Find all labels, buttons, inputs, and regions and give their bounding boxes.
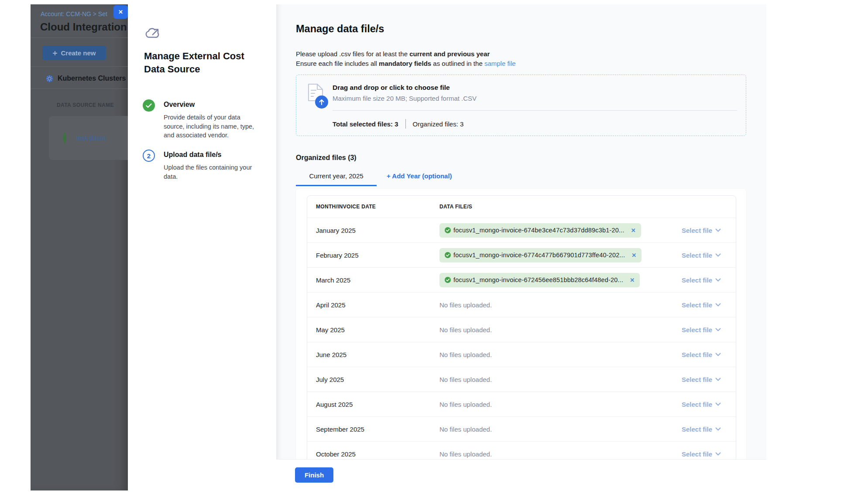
file-name: focusv1_mongo-invoice-6774c477b667901d77…	[453, 252, 625, 259]
divider	[31, 89, 128, 89]
month-cell: January 2025	[307, 227, 439, 234]
file-success-icon	[445, 277, 451, 283]
remove-file-button[interactable]: ✕	[631, 252, 636, 259]
tab-current-year[interactable]: Current year, 2025	[296, 168, 377, 186]
file-cell: No files uploaded.Select file	[439, 301, 736, 309]
divider	[31, 37, 128, 38]
select-file-label: Select file	[682, 401, 712, 408]
plus-icon	[52, 51, 58, 56]
no-files-text: No files uploaded.	[439, 426, 492, 433]
no-files-text: No files uploaded.	[439, 351, 492, 358]
file-dropzone[interactable]: Drag and drop or click to choose file Ma…	[296, 75, 746, 136]
select-file-label: Select file	[682, 376, 712, 383]
month-cell: May 2025	[307, 326, 439, 334]
uploaded-file-chip: focusv1_mongo-invoice-674be3ce47c73d37dd…	[439, 223, 641, 238]
breadcrumb[interactable]: Account: CCM-NG > Set	[41, 10, 107, 17]
no-files-text: No files uploaded.	[439, 401, 492, 408]
select-file-dropdown[interactable]: Select file	[682, 276, 721, 284]
select-file-label: Select file	[682, 326, 712, 334]
divider	[31, 66, 128, 67]
dimmed-background-page: Account: CCM-NG > Set Cloud Integration …	[31, 4, 128, 490]
file-success-icon	[445, 227, 451, 233]
select-file-label: Select file	[682, 301, 712, 309]
step-done-check-icon	[143, 99, 155, 112]
month-cell: July 2025	[307, 376, 439, 383]
no-files-text: No files uploaded.	[439, 301, 492, 309]
month-cell: September 2025	[307, 426, 439, 433]
table-row: April 2025No files uploaded.Select file	[307, 292, 736, 317]
select-file-dropdown[interactable]: Select file	[682, 252, 721, 259]
file-cell: No files uploaded.Select file	[439, 426, 736, 433]
add-year-button[interactable]: + Add Year (optional)	[387, 168, 452, 186]
upload-icon	[315, 95, 328, 109]
month-cell: August 2025	[307, 401, 439, 408]
sample-file-link[interactable]: sample file	[484, 60, 516, 67]
select-file-dropdown[interactable]: Select file	[682, 401, 721, 408]
month-cell: March 2025	[307, 276, 439, 284]
remove-file-button[interactable]: ✕	[630, 277, 635, 283]
uploaded-file-chip: focusv1_mongo-invoice-6774c477b667901d77…	[439, 248, 642, 262]
panel-content: Manage data file/s Please upload .csv fi…	[276, 4, 766, 459]
chevron-down-icon	[715, 228, 721, 232]
select-file-label: Select file	[682, 351, 712, 358]
manage-external-cost-modal: Manage External Cost Data Source Overvie…	[128, 4, 766, 490]
uploaded-file-chip: focusv1_mongo-invoice-672456ee851bbb28c6…	[439, 273, 640, 287]
divider	[405, 119, 406, 129]
file-cell: No files uploaded.Select file	[439, 351, 736, 358]
no-files-text: No files uploaded.	[439, 450, 492, 458]
column-header-data-source-name: DATA SOURCE NAME	[57, 102, 114, 108]
data-source-card[interactable]: test-jbisht	[49, 116, 128, 160]
select-file-dropdown[interactable]: Select file	[682, 227, 721, 234]
close-button[interactable]: ✕	[113, 5, 128, 19]
data-files-table: MONTH/INVOICE DATE DATA FILE/S January 2…	[307, 195, 736, 459]
table-row: March 2025focusv1_mongo-invoice-672456ee…	[307, 267, 736, 292]
external-source-icon	[144, 28, 161, 40]
select-file-dropdown[interactable]: Select file	[682, 426, 721, 433]
column-header-month: MONTH/INVOICE DATE	[307, 204, 439, 210]
no-files-text: No files uploaded.	[439, 326, 492, 334]
organized-files-card: MONTH/INVOICE DATE DATA FILE/S January 2…	[296, 189, 746, 459]
finish-button[interactable]: Finish	[295, 467, 333, 483]
dropzone-stats: Total selected files: 3 Organized files:…	[333, 119, 463, 129]
step-upload-data-files[interactable]: 2 Upload data file/s Upload the files co…	[143, 150, 155, 162]
remove-file-button[interactable]: ✕	[631, 227, 636, 234]
step-overview[interactable]: Overview Provide details of your data so…	[143, 99, 155, 112]
select-file-dropdown[interactable]: Select file	[682, 301, 721, 309]
month-cell: April 2025	[307, 301, 439, 309]
select-file-dropdown[interactable]: Select file	[682, 351, 721, 358]
panel-title: Manage data file/s	[296, 23, 746, 35]
page-title: Cloud Integration	[40, 21, 127, 33]
table-row: May 2025No files uploaded.Select file	[307, 317, 736, 342]
tab-kubernetes-clusters[interactable]: Kubernetes Clusters	[46, 75, 126, 82]
chevron-down-icon	[715, 427, 721, 431]
select-file-dropdown[interactable]: Select file	[682, 376, 721, 383]
chevron-down-icon	[715, 378, 721, 381]
file-name: focusv1_mongo-invoice-672456ee851bbb28c6…	[453, 276, 623, 283]
dropzone-subtitle: Maximum file size 20 MB; Supported forma…	[333, 95, 477, 102]
select-file-label: Select file	[682, 450, 712, 458]
kubernetes-icon	[46, 75, 53, 82]
mongodb-icon	[62, 132, 67, 146]
wizard-sidebar: Manage External Cost Data Source Overvie…	[128, 4, 276, 490]
data-source-link[interactable]: test-jbisht	[76, 134, 106, 142]
chevron-down-icon	[715, 402, 721, 406]
no-files-text: No files uploaded.	[439, 376, 492, 383]
file-cell: focusv1_mongo-invoice-674be3ce47c73d37dd…	[439, 223, 736, 238]
file-cell: focusv1_mongo-invoice-6774c477b667901d77…	[439, 248, 736, 262]
select-file-dropdown[interactable]: Select file	[682, 450, 721, 458]
organized-files-heading: Organized files (3)	[296, 154, 746, 162]
table-row: August 2025No files uploaded.Select file	[307, 392, 736, 416]
chevron-down-icon	[715, 452, 721, 456]
file-cell: No files uploaded.Select file	[439, 401, 736, 408]
chevron-down-icon	[715, 353, 721, 356]
chevron-down-icon	[715, 328, 721, 331]
file-cell: focusv1_mongo-invoice-672456ee851bbb28c6…	[439, 273, 736, 287]
file-cell: No files uploaded.Select file	[439, 376, 736, 383]
select-file-label: Select file	[682, 426, 712, 433]
select-file-dropdown[interactable]: Select file	[682, 326, 721, 334]
manage-data-files-panel: Manage data file/s Please upload .csv fi…	[276, 4, 766, 490]
month-cell: June 2025	[307, 351, 439, 358]
chevron-down-icon	[715, 278, 721, 282]
create-new-button[interactable]: Create new	[42, 46, 106, 60]
file-cell: No files uploaded.Select file	[439, 450, 736, 458]
